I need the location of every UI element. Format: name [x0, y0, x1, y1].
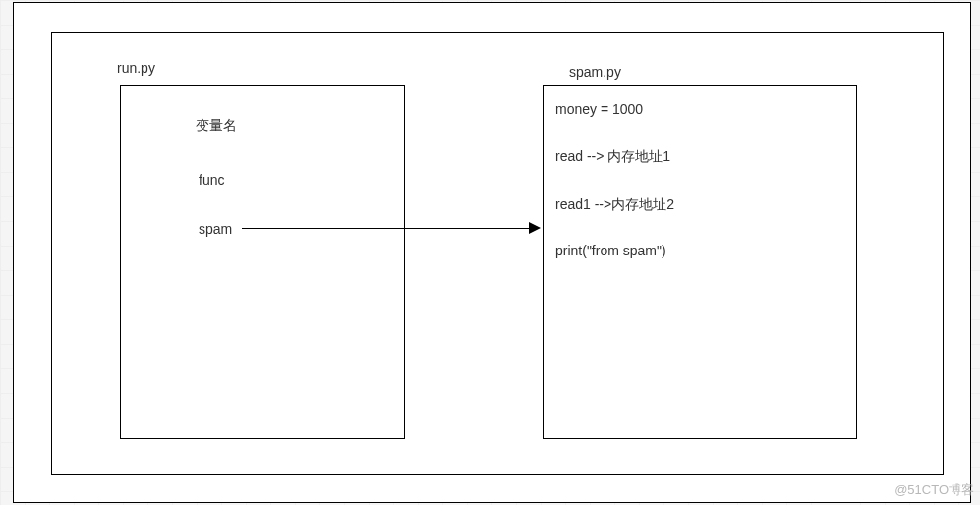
text-print: print("from spam") — [555, 243, 666, 258]
canvas: run.py spam.py 变量名 func spam money = 100… — [13, 2, 971, 503]
watermark: @51CTO博客 — [894, 481, 974, 499]
text-func: func — [199, 172, 224, 188]
text-spam: spam — [199, 221, 232, 237]
box-run — [120, 85, 405, 439]
text-read1: read1 -->内存地址2 — [555, 196, 674, 214]
text-read: read --> 内存地址1 — [555, 148, 670, 166]
arrow-head-icon — [529, 222, 541, 234]
arrow-line — [242, 228, 533, 229]
text-varname: 变量名 — [196, 117, 237, 135]
box-spam — [543, 85, 857, 439]
file-label-run: run.py — [117, 60, 155, 76]
text-money: money = 1000 — [555, 101, 643, 117]
file-label-spam: spam.py — [569, 64, 621, 80]
